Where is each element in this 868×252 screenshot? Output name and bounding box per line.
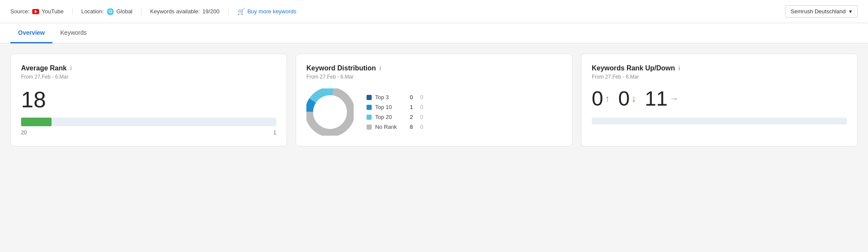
average-rank-title-text: Average Rank xyxy=(21,64,67,72)
rank-down-value: 0 xyxy=(618,88,630,109)
rank-neutral-value: 11 xyxy=(645,88,667,109)
rank-updown-subtitle: From 27.Feb - 6.Mar xyxy=(592,74,847,80)
location-value: Global xyxy=(116,8,133,15)
location-item: Location: 🌐 Global xyxy=(81,8,141,15)
legend-label-top10: Top 10 xyxy=(375,104,401,110)
rank-updown-title-text: Keywords Rank Up/Down xyxy=(592,64,675,72)
top-bar: Source: YouTube Location: 🌐 Global Keywo… xyxy=(0,0,868,23)
average-rank-title: Average Rank i xyxy=(21,64,276,72)
legend-label-top20: Top 20 xyxy=(375,114,401,120)
buy-keywords-label: Buy more keywords xyxy=(248,8,296,15)
buy-keywords-link[interactable]: 🛒 Buy more keywords xyxy=(237,8,296,15)
legend-label-norank: No Rank xyxy=(375,124,401,130)
legend-val-top20: 2 xyxy=(404,114,413,120)
arrow-up-icon: ↑ xyxy=(605,94,610,103)
rank-updown-info-icon[interactable]: i xyxy=(679,65,680,72)
rank-bar-max: 1 xyxy=(273,130,276,136)
legend-change-norank: 0 xyxy=(416,124,423,130)
legend-change-top3: 0 xyxy=(416,94,423,100)
buy-keywords-item[interactable]: 🛒 Buy more keywords xyxy=(237,8,305,15)
keyword-distribution-title-text: Keyword Distribution xyxy=(306,64,376,72)
tab-keywords[interactable]: Keywords xyxy=(52,23,94,43)
keywords-label: Keywords available: xyxy=(150,8,200,15)
legend-val-top3: 0 xyxy=(404,94,413,100)
legend-dot-norank xyxy=(367,124,372,130)
legend-dot-top20 xyxy=(367,115,372,120)
cart-icon: 🛒 xyxy=(237,8,245,15)
legend-dot-top3 xyxy=(367,95,372,100)
legend-item-norank: No Rank 8 0 xyxy=(367,124,423,130)
legend-val-norank: 8 xyxy=(404,124,413,130)
rank-updown-bar xyxy=(592,118,847,124)
top-bar-left: Source: YouTube Location: 🌐 Global Keywo… xyxy=(10,8,785,15)
keyword-distribution-card: Keyword Distribution i From 27.Feb - 6.M… xyxy=(296,54,572,146)
location-label: Location: xyxy=(81,8,104,15)
legend-change-top20: 0 xyxy=(416,114,423,120)
average-rank-card: Average Rank i From 27.Feb - 6.Mar 18 20… xyxy=(10,54,287,146)
rank-up-value: 0 xyxy=(592,88,603,109)
rank-down-stat: 0 ↓ xyxy=(618,88,636,109)
source-label: Source: xyxy=(10,8,30,15)
rank-updown-card: Keywords Rank Up/Down i From 27.Feb - 6.… xyxy=(581,54,858,146)
svg-point-3 xyxy=(315,97,344,126)
legend-item-top10: Top 10 1 0 xyxy=(367,104,423,110)
donut-chart xyxy=(306,88,354,136)
rank-up-stat: 0 ↑ xyxy=(592,88,610,109)
tab-keywords-label: Keywords xyxy=(60,29,86,36)
average-rank-subtitle: From 27.Feb - 6.Mar xyxy=(21,74,276,80)
globe-icon: 🌐 xyxy=(107,8,114,15)
average-rank-bar-labels: 20 1 xyxy=(21,130,276,136)
tab-overview[interactable]: Overview xyxy=(10,23,52,43)
arrow-right-icon: → xyxy=(669,94,679,103)
keyword-distribution-body: Top 3 0 0 Top 10 1 0 Top 20 2 0 xyxy=(306,88,562,136)
donut-svg xyxy=(306,88,354,136)
average-rank-bar xyxy=(21,118,276,126)
tab-overview-label: Overview xyxy=(18,29,45,36)
average-rank-value: 18 xyxy=(21,88,276,111)
rank-updown-title: Keywords Rank Up/Down i xyxy=(592,64,847,72)
keyword-distribution-subtitle: From 27.Feb - 6.Mar xyxy=(306,74,562,80)
arrow-down-icon: ↓ xyxy=(631,94,636,103)
legend-item-top20: Top 20 2 0 xyxy=(367,114,423,120)
tabs-bar: Overview Keywords xyxy=(0,23,868,43)
keyword-distribution-legend: Top 3 0 0 Top 10 1 0 Top 20 2 0 xyxy=(367,94,423,130)
rank-neutral-stat: 11 → xyxy=(645,88,679,109)
source-value: YouTube xyxy=(42,8,64,15)
legend-val-top10: 1 xyxy=(404,104,413,110)
source-item: Source: YouTube xyxy=(10,8,73,15)
legend-change-top10: 0 xyxy=(416,104,423,110)
keyword-distribution-title: Keyword Distribution i xyxy=(306,64,562,72)
account-name: Semrush Deutschland xyxy=(791,8,846,15)
legend-item-top3: Top 3 0 0 xyxy=(367,94,423,100)
keyword-distribution-info-icon[interactable]: i xyxy=(379,65,381,72)
average-rank-info-icon[interactable]: i xyxy=(70,65,72,72)
average-rank-bar-fill xyxy=(21,118,52,126)
rank-bar-min: 20 xyxy=(21,130,27,136)
keywords-available-item: Keywords available: 19/200 xyxy=(150,8,228,15)
account-selector[interactable]: Semrush Deutschland ▾ xyxy=(785,5,858,18)
keywords-value: 19/200 xyxy=(202,8,220,15)
chevron-down-icon: ▾ xyxy=(849,8,852,15)
rank-updown-row: 0 ↑ 0 ↓ 11 → xyxy=(592,88,847,109)
legend-dot-top10 xyxy=(367,105,372,110)
legend-label-top3: Top 3 xyxy=(375,94,401,100)
main-content: Average Rank i From 27.Feb - 6.Mar 18 20… xyxy=(0,43,868,157)
yt-icon xyxy=(32,9,39,14)
